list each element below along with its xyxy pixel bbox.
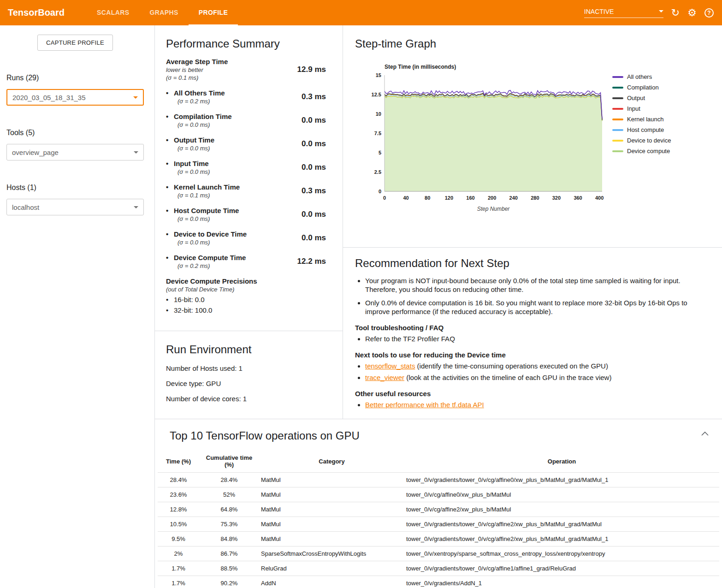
metric-subtitle: lower is better [166,66,228,73]
refresh-icon[interactable]: ↻ [671,8,680,18]
ops-table-body: 28.4%28.4%MatMultower_0/v/gradients/towe… [158,473,719,588]
recommendation-link[interactable]: tensorflow_stats [365,362,415,370]
perf-item: •Device to Device Time(σ = 0.0 ms)0.0 ms [166,230,326,246]
performance-summary-title: Performance Summary [166,37,326,50]
collapse-chevron-icon[interactable] [701,430,709,438]
metric-name: •Device Compute Time [166,254,246,261]
svg-text:10: 10 [376,111,381,117]
settings-gear-icon[interactable]: ⚙ [687,8,697,18]
runs-select[interactable]: 2020_03_05_18_31_35 [6,89,144,106]
dropdown-caret-icon [133,96,138,99]
table-cell: tower_0/v/cg/affine0/xw_plus_b/MatMul [404,487,719,502]
recommendation-subsections: Tool troubleshooting / FAQRefer to the T… [355,324,708,409]
recommendation-list-item: tensorflow_stats (identify the time-cons… [365,362,708,370]
legend-label: Input [627,105,640,112]
header-actions: INACTIVE ↻ ⚙ ? [584,0,722,25]
metric-name: •Device to Device Time [166,230,247,238]
recommendation-bullet: Your program is NOT input-bound because … [365,276,708,294]
header-tabs: SCALARSGRAPHSPROFILE [87,0,238,25]
app-header: TensorBoard SCALARSGRAPHSPROFILE INACTIV… [0,0,722,25]
bullet-icon: • [166,306,174,314]
table-cell: SparseSoftmaxCrossEntropyWithLogits [259,546,404,561]
recommendation-list-item: Refer to the TF2 Profiler FAQ [365,334,708,343]
svg-text:7.5: 7.5 [374,131,381,136]
legend-swatch [612,76,623,78]
table-cell: 1.7% [158,561,199,576]
tab-profile[interactable]: PROFILE [189,0,238,25]
bullet-icon: • [166,254,174,261]
legend-swatch [612,97,623,99]
help-icon[interactable]: ? [704,8,714,18]
metric-sigma: (σ = 0.2 ms) [178,262,246,269]
svg-text:120: 120 [445,195,453,201]
table-cell: 86.7% [199,546,259,561]
metric-value: 12.2 ms [297,257,326,266]
tools-select[interactable]: overview_page [6,144,144,160]
recommendation-subheading: Next tools to use for reducing the Devic… [355,351,708,359]
bullet-icon: • [166,296,174,303]
dropdown-caret-icon [659,10,663,12]
bullet-icon: • [166,207,174,214]
legend-item: Host compute [612,126,671,133]
capture-profile-button[interactable]: CAPTURE PROFILE [37,35,113,51]
svg-text:160: 160 [466,195,474,201]
tab-graphs[interactable]: GRAPHS [139,0,188,25]
average-step-time: Average Step Time lower is better (σ = 0… [166,58,326,81]
device-compute-precisions: Device Compute Precisions (out of Total … [166,277,326,314]
top-ops-section: Top 10 TensorFlow operations on GPU Time… [155,419,722,588]
metric-name: •All Others Time [166,89,225,97]
perf-item: •Output Time(σ = 0.0 ms)0.0 ms [166,136,326,152]
environment-line: Device type: GPU [166,380,331,387]
svg-text:360: 360 [574,195,582,201]
metric-name: •Compilation Time [166,113,232,120]
recommendation-bullet: Only 0.0% of device computation is 16 bi… [365,298,708,316]
precisions-subtitle: (out of Total Device Time) [166,286,326,293]
table-row: 12.8%64.8%MatMultower_0/v/cg/affine2/xw_… [158,502,719,517]
legend-swatch [612,87,623,89]
perf-item: •Input Time(σ = 0.0 ms)0.0 ms [166,160,326,175]
table-row: 1.7%90.2%AddNtower_0/v/gradients/AddN_1 [158,576,719,588]
recommendation-list: Better performance with the tf.data API [355,400,708,409]
precisions-items: •16-bit: 0.0•32-bit: 100.0 [166,296,326,314]
svg-text:15: 15 [376,72,381,78]
top-ops-table: Time (%)Cumulative time (%)CategoryOpera… [158,451,719,588]
table-cell: ReluGrad [259,561,404,576]
svg-text:40: 40 [403,195,408,201]
tab-scalars[interactable]: SCALARS [87,0,139,25]
column-header: Time (%) [158,451,199,473]
legend-label: Kernel launch [627,116,664,123]
environment-line: Number of Hosts used: 1 [166,364,331,372]
metric-value: 0.0 ms [302,139,326,148]
table-row: 28.4%28.4%MatMultower_0/v/gradients/towe… [158,473,719,487]
legend-item: All others [612,73,671,80]
perf-item: •Host Compute Time(σ = 0.0 ms)0.0 ms [166,207,326,222]
tools-field: Tools (5) overview_page [6,129,144,160]
legend-item: Input [612,105,671,112]
status-select[interactable]: INACTIVE [584,8,663,18]
run-environment-title: Run Environment [166,343,331,356]
recommendation-link[interactable]: Better performance with the tf.data API [365,401,484,409]
legend-label: Host compute [627,126,664,133]
app-body: CAPTURE PROFILE Runs (29) 2020_03_05_18_… [0,25,722,588]
metric-name: •Host Compute Time [166,207,239,214]
table-cell: 2% [158,546,199,561]
perf-item-text: •Output Time(σ = 0.0 ms) [166,136,214,152]
table-cell: MatMul [259,502,404,517]
bullet-icon: • [166,136,174,144]
column-header: Cumulative time (%) [199,451,259,473]
hosts-select[interactable]: localhost [6,199,144,215]
metric-sigma: (σ = 0.0 ms) [178,215,239,222]
perf-item-text: •Kernel Launch Time(σ = 0.1 ms) [166,183,240,199]
recommendation-link[interactable]: trace_viewer [365,374,404,381]
svg-text:Step Number: Step Number [477,206,510,212]
runs-select-value: 2020_03_05_18_31_35 [12,94,86,101]
table-cell: 90.2% [199,576,259,588]
legend-label: Device to device [627,137,671,144]
table-cell: AddN [259,576,404,588]
table-cell: 64.8% [199,502,259,517]
perf-item-text: •Input Time(σ = 0.0 ms) [166,160,210,175]
svg-text:280: 280 [531,195,539,201]
table-cell: 88.5% [199,561,259,576]
table-cell: tower_0/v/gradients/tower_0/v/cg/affine2… [404,532,719,546]
runs-label: Runs (29) [6,74,144,82]
